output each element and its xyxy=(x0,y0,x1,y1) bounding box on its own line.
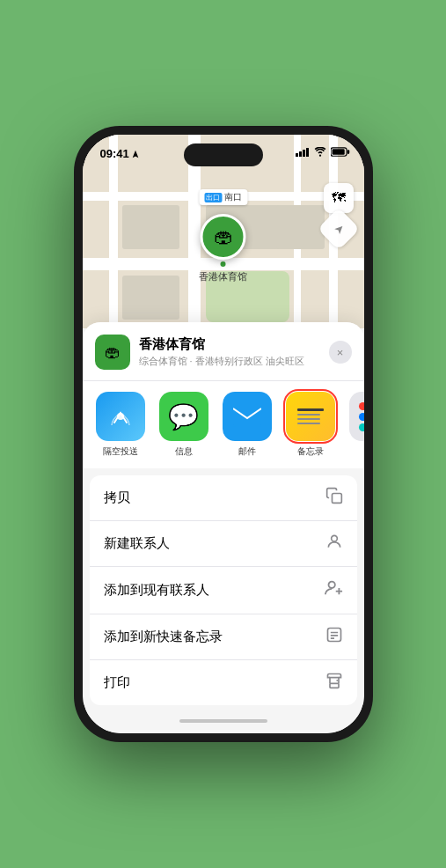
phone-screen: 09:41 xyxy=(83,135,364,733)
airdrop-label: 隔空投送 xyxy=(103,445,138,458)
more-icon[interactable] xyxy=(349,392,364,441)
svg-rect-8 xyxy=(233,406,261,427)
mail-icon[interactable] xyxy=(223,392,272,441)
phone-frame: 09:41 xyxy=(74,126,373,742)
new-contact-label: 新建联系人 xyxy=(104,535,170,552)
action-print[interactable]: 打印 xyxy=(90,660,357,705)
share-item-airdrop[interactable]: 隔空投送 xyxy=(95,392,146,458)
copy-icon xyxy=(325,487,343,509)
print-label: 打印 xyxy=(104,674,130,691)
close-button[interactable]: × xyxy=(329,341,352,364)
mail-envelope-icon xyxy=(233,406,261,427)
person-add-icon xyxy=(324,578,343,602)
pin-dot xyxy=(221,261,226,267)
share-row: 隔空投送 💬 信息 邮 xyxy=(83,380,364,468)
svg-rect-6 xyxy=(332,149,344,154)
sheet-header: 🏟 香港体育馆 综合体育馆 · 香港特别行政区 油尖旺区 × xyxy=(83,322,364,380)
copy-label: 拷贝 xyxy=(104,489,130,506)
venue-emoji: 🏟 xyxy=(105,343,121,362)
home-indicator xyxy=(83,709,364,733)
pin-label-text: 香港体育馆 xyxy=(199,270,247,283)
quick-note-icon xyxy=(325,626,343,648)
share-item-messages[interactable]: 💬 信息 xyxy=(158,392,209,458)
venue-icon: 🏟 xyxy=(95,335,130,370)
airdrop-waves-icon xyxy=(107,403,134,430)
signal-icon xyxy=(296,147,310,157)
notes-label: 备忘录 xyxy=(297,445,324,458)
svg-rect-2 xyxy=(303,150,305,157)
wifi-icon xyxy=(314,147,326,157)
pin-icon-circle: 🏟 xyxy=(201,214,246,260)
share-item-more[interactable]: 推 xyxy=(348,392,364,458)
svg-point-11 xyxy=(328,582,334,588)
print-icon xyxy=(325,672,343,694)
svg-rect-1 xyxy=(299,151,302,157)
venue-name: 香港体育馆 xyxy=(139,336,320,353)
share-item-mail[interactable]: 邮件 xyxy=(222,392,273,458)
status-icons xyxy=(296,147,350,157)
action-add-notes[interactable]: 添加到新快速备忘录 xyxy=(90,614,357,660)
action-new-contact[interactable]: 新建联系人 xyxy=(90,521,357,567)
compass-button[interactable]: ➤ xyxy=(317,208,359,250)
add-contact-label: 添加到现有联系人 xyxy=(104,582,209,599)
battery-icon xyxy=(331,147,350,157)
action-add-contact[interactable]: 添加到现有联系人 xyxy=(90,567,357,614)
map-label: 出口 南口 xyxy=(199,189,247,205)
more-dots xyxy=(352,395,364,438)
status-time: 09:41 xyxy=(100,147,140,160)
svg-rect-5 xyxy=(347,150,348,154)
venue-pin-emoji: 🏟 xyxy=(214,225,233,248)
location-arrow-icon xyxy=(131,150,140,158)
exit-icon: 出口 xyxy=(204,193,222,202)
venue-info: 香港体育馆 综合体育馆 · 香港特别行政区 油尖旺区 xyxy=(139,336,320,368)
notes-icon[interactable] xyxy=(286,392,335,441)
add-notes-label: 添加到新快速备忘录 xyxy=(104,629,223,645)
venue-subtitle: 综合体育馆 · 香港特别行政区 油尖旺区 xyxy=(139,355,320,368)
location-pin: 🏟 香港体育馆 xyxy=(199,214,247,283)
notes-lines-icon xyxy=(293,403,328,430)
svg-rect-19 xyxy=(336,680,338,681)
clock: 09:41 xyxy=(100,147,129,160)
messages-icon[interactable]: 💬 xyxy=(159,392,208,441)
svg-rect-9 xyxy=(332,494,341,504)
messages-label: 信息 xyxy=(175,445,193,458)
airdrop-icon[interactable] xyxy=(96,392,145,441)
person-icon xyxy=(325,533,343,555)
action-list: 拷贝 新建联系人 xyxy=(90,475,357,705)
map-controls[interactable]: 🗺 ➤ xyxy=(324,183,354,244)
action-copy[interactable]: 拷贝 xyxy=(90,475,357,521)
svg-rect-18 xyxy=(330,683,339,688)
dynamic-island xyxy=(184,143,263,166)
map-label-text: 南口 xyxy=(224,191,242,203)
map-type-button[interactable]: 🗺 xyxy=(324,183,354,213)
home-bar xyxy=(179,719,267,723)
share-item-notes[interactable]: 备忘录 xyxy=(285,392,336,458)
bottom-sheet: 🏟 香港体育馆 综合体育馆 · 香港特别行政区 油尖旺区 × xyxy=(83,322,364,733)
svg-rect-0 xyxy=(296,153,298,157)
svg-point-10 xyxy=(331,535,337,541)
svg-rect-3 xyxy=(306,148,309,157)
mail-label: 邮件 xyxy=(238,445,256,458)
messages-emoji: 💬 xyxy=(168,402,199,431)
